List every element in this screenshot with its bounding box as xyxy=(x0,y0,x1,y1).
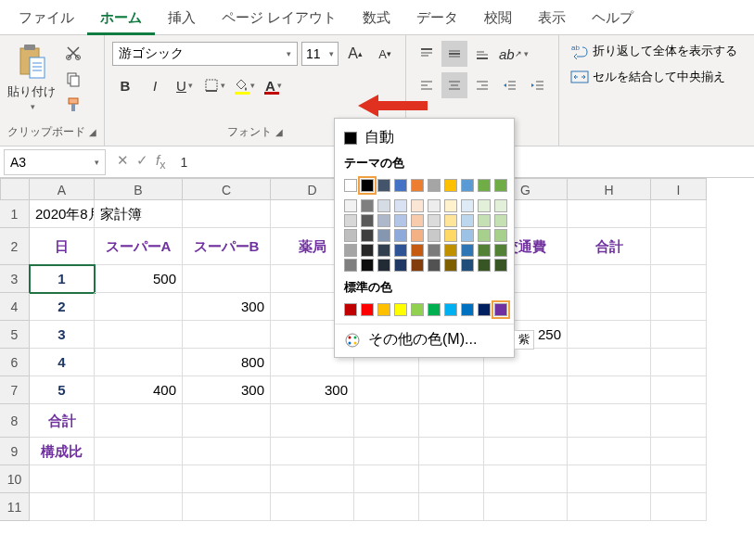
col-header-C[interactable]: C xyxy=(183,178,271,200)
standard-swatch[interactable] xyxy=(428,303,441,316)
cell-B9[interactable] xyxy=(95,438,183,465)
cell-B4[interactable] xyxy=(95,293,183,321)
cell-A9[interactable]: 構成比 xyxy=(30,438,95,465)
tint-swatch[interactable] xyxy=(344,214,357,227)
tint-swatch[interactable] xyxy=(394,214,407,227)
cell-I11[interactable] xyxy=(651,493,707,521)
orientation-button[interactable]: ab↗▾ xyxy=(497,41,530,67)
tab-review[interactable]: 校閲 xyxy=(471,0,525,35)
theme-swatch[interactable] xyxy=(444,179,457,192)
cell-C6[interactable]: 800 xyxy=(183,349,271,376)
tint-swatch[interactable] xyxy=(428,259,441,272)
tint-swatch[interactable] xyxy=(428,244,441,257)
col-header-H[interactable]: H xyxy=(568,178,651,200)
cell-E11[interactable] xyxy=(354,493,419,521)
cell-C2[interactable]: スーパーB xyxy=(183,228,271,265)
cell-F9[interactable] xyxy=(419,438,484,465)
cell-B7[interactable]: 400 xyxy=(95,376,183,404)
row-header-9[interactable]: 9 xyxy=(0,438,30,465)
standard-swatch[interactable] xyxy=(344,303,357,316)
tint-swatch[interactable] xyxy=(461,214,474,227)
theme-swatch[interactable] xyxy=(361,179,374,192)
cell-D9[interactable] xyxy=(271,438,354,465)
cell-I7[interactable] xyxy=(651,376,707,404)
more-colors-item[interactable]: その他の色(M)... 紫 xyxy=(335,324,514,351)
tint-swatch[interactable] xyxy=(394,244,407,257)
row-header-4[interactable]: 4 xyxy=(0,293,30,321)
cell-A4[interactable]: 2 xyxy=(30,293,95,321)
tint-swatch[interactable] xyxy=(344,259,357,272)
align-bottom-button[interactable] xyxy=(469,41,495,67)
cell-I4[interactable] xyxy=(651,293,707,321)
theme-swatch[interactable] xyxy=(394,179,407,192)
cell-B5[interactable] xyxy=(95,321,183,349)
tint-swatch[interactable] xyxy=(444,259,457,272)
tint-swatch[interactable] xyxy=(394,199,407,212)
cell-A11[interactable] xyxy=(30,493,95,521)
formula-cancel-button[interactable]: ✕ xyxy=(117,152,129,172)
cell-B10[interactable] xyxy=(95,465,183,493)
italic-button[interactable]: I xyxy=(142,72,168,98)
standard-swatch[interactable] xyxy=(411,303,424,316)
cell-C3[interactable] xyxy=(183,265,271,293)
tab-view[interactable]: 表示 xyxy=(525,0,579,35)
cell-A8[interactable]: 合計 xyxy=(30,404,95,438)
row-header-6[interactable]: 6 xyxy=(0,349,30,376)
name-box[interactable]: A3▾ xyxy=(4,149,106,175)
tint-swatch[interactable] xyxy=(428,214,441,227)
tint-swatch[interactable] xyxy=(344,244,357,257)
cell-A6[interactable]: 4 xyxy=(30,349,95,376)
tab-page-layout[interactable]: ページ レイアウト xyxy=(209,0,350,35)
tint-swatch[interactable] xyxy=(478,229,491,242)
cell-I6[interactable] xyxy=(651,349,707,376)
paste-dropdown[interactable]: ▾ xyxy=(31,102,35,111)
cell-A1[interactable]: 2020年8月 xyxy=(30,200,95,228)
cell-A3[interactable]: 1 xyxy=(30,265,95,293)
theme-swatch[interactable] xyxy=(411,179,424,192)
tint-swatch[interactable] xyxy=(377,229,390,242)
cell-G7[interactable] xyxy=(484,376,568,404)
tint-swatch[interactable] xyxy=(461,199,474,212)
tab-help[interactable]: ヘルプ xyxy=(579,0,646,35)
tint-swatch[interactable] xyxy=(361,244,374,257)
theme-swatch[interactable] xyxy=(377,179,390,192)
tint-swatch[interactable] xyxy=(411,199,424,212)
cell-B11[interactable] xyxy=(95,493,183,521)
formula-enter-button[interactable]: ✓ xyxy=(136,152,148,172)
underline-button[interactable]: U▾ xyxy=(172,72,198,98)
tint-swatch[interactable] xyxy=(494,244,507,257)
tint-swatch[interactable] xyxy=(444,244,457,257)
cell-G11[interactable] xyxy=(484,493,568,521)
align-middle-button[interactable] xyxy=(441,41,467,67)
cell-C9[interactable] xyxy=(183,438,271,465)
font-dialog-launcher[interactable]: ◢ xyxy=(275,127,283,137)
color-auto-item[interactable]: 自動 xyxy=(335,124,514,151)
cell-H7[interactable] xyxy=(568,376,651,404)
cell-H1[interactable] xyxy=(568,200,651,228)
standard-swatch[interactable] xyxy=(478,303,491,316)
cell-I10[interactable] xyxy=(651,465,707,493)
cell-C1[interactable] xyxy=(183,200,271,228)
tint-swatch[interactable] xyxy=(444,199,457,212)
cell-G9[interactable] xyxy=(484,438,568,465)
tint-swatch[interactable] xyxy=(461,229,474,242)
theme-swatch[interactable] xyxy=(494,179,507,192)
copy-button[interactable] xyxy=(63,69,83,89)
wrap-text-button[interactable]: ab 折り返して全体を表示する xyxy=(567,41,741,61)
tint-swatch[interactable] xyxy=(394,229,407,242)
row-header-1[interactable]: 1 xyxy=(0,200,30,228)
border-button[interactable]: ▾ xyxy=(201,72,227,98)
paste-button[interactable] xyxy=(13,41,50,82)
tint-swatch[interactable] xyxy=(494,259,507,272)
select-all-corner[interactable] xyxy=(0,178,30,200)
tint-swatch[interactable] xyxy=(377,214,390,227)
font-name-select[interactable]: 游ゴシック▾ xyxy=(112,42,298,66)
theme-swatch[interactable] xyxy=(344,179,357,192)
col-header-B[interactable]: B xyxy=(95,178,183,200)
format-painter-button[interactable] xyxy=(63,95,83,115)
align-center-button[interactable] xyxy=(441,72,467,98)
cell-F8[interactable] xyxy=(419,404,484,438)
standard-swatch[interactable] xyxy=(461,303,474,316)
standard-swatch[interactable] xyxy=(361,303,374,316)
tint-swatch[interactable] xyxy=(361,259,374,272)
